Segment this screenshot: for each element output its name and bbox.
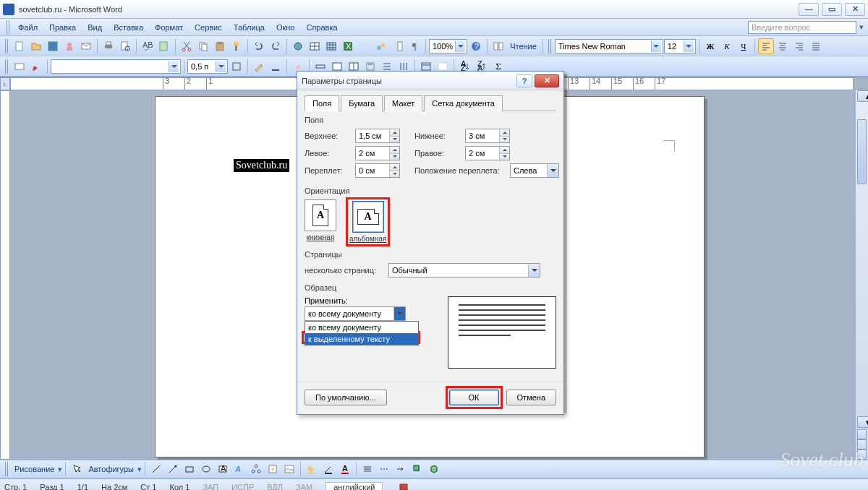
apply-opt-selection[interactable]: к выделенному тексту xyxy=(305,333,418,345)
next-page-button[interactable] xyxy=(857,450,867,460)
align-right-icon[interactable] xyxy=(791,38,807,54)
mail-icon[interactable] xyxy=(78,38,94,54)
shadow-icon[interactable] xyxy=(409,461,425,477)
print-icon[interactable] xyxy=(101,38,116,54)
style-combo[interactable] xyxy=(51,59,181,74)
print-preview-icon[interactable] xyxy=(117,38,133,54)
ask-question-box[interactable]: Введите вопрос xyxy=(748,21,856,34)
menu-window[interactable]: Окно xyxy=(271,21,301,34)
tab-fields[interactable]: Поля xyxy=(305,95,339,111)
doc-map-icon[interactable] xyxy=(390,38,406,54)
orientation-portrait[interactable]: A книжная xyxy=(305,199,336,244)
prev-page-button[interactable] xyxy=(857,429,867,439)
align-justify-icon[interactable] xyxy=(808,38,824,54)
drawing-icon[interactable] xyxy=(373,38,389,54)
menu-file[interactable]: Файл xyxy=(12,21,43,34)
toolbar-grip[interactable] xyxy=(5,59,9,74)
status-book-icon[interactable] xyxy=(396,479,412,491)
font-color-icon[interactable]: A xyxy=(337,461,353,477)
close-button[interactable]: ✕ xyxy=(845,3,865,16)
ok-button[interactable]: ОК xyxy=(449,390,499,405)
textbox-icon[interactable]: A xyxy=(215,461,231,477)
insert-table-icon[interactable] xyxy=(323,38,339,54)
status-ovr[interactable]: ЗАМ xyxy=(296,483,312,491)
envelope-icon[interactable] xyxy=(12,59,27,74)
gutter-pos-select[interactable]: Слева xyxy=(510,163,559,178)
font-combo[interactable]: Times New Roman xyxy=(555,39,663,53)
menu-insert[interactable]: Вставка xyxy=(108,21,149,34)
toolbar-grip[interactable] xyxy=(5,462,9,476)
apply-to-select[interactable]: ко всему документу xyxy=(305,306,406,321)
scroll-down-button[interactable]: ▾ xyxy=(857,416,868,428)
scroll-up-button[interactable]: ▴ xyxy=(857,90,868,102)
tab-grid[interactable]: Сетка документа xyxy=(424,95,503,111)
line-color-icon[interactable] xyxy=(268,59,284,74)
fill-color-icon[interactable] xyxy=(304,461,320,477)
vertical-scrollbar[interactable]: ▴ ▾ xyxy=(855,90,868,460)
tab-layout[interactable]: Макет xyxy=(384,95,422,111)
arrow-style-icon[interactable] xyxy=(393,461,409,477)
pencil-icon[interactable] xyxy=(251,59,267,74)
format-painter-icon[interactable] xyxy=(229,38,244,54)
menu-tools[interactable]: Сервис xyxy=(189,21,228,34)
wordart-icon[interactable]: A xyxy=(231,461,247,477)
top-margin-spinner[interactable] xyxy=(355,129,400,143)
zoom-combo[interactable]: 100% xyxy=(429,39,467,53)
3d-icon[interactable] xyxy=(426,461,442,477)
scroll-thumb[interactable] xyxy=(857,119,867,184)
font-size-combo[interactable]: 12 xyxy=(664,39,696,53)
tables-borders-icon[interactable] xyxy=(307,38,323,54)
clipart-icon[interactable] xyxy=(265,461,281,477)
autoshapes-menu[interactable]: Автофигуры xyxy=(85,465,137,473)
permission-icon[interactable] xyxy=(61,38,77,54)
status-trk[interactable]: ИСПР xyxy=(231,483,254,491)
menu-table[interactable]: Таблица xyxy=(228,21,271,34)
new-doc-icon[interactable] xyxy=(12,38,27,54)
line-icon[interactable] xyxy=(148,461,164,477)
orientation-landscape[interactable]: A альбомная xyxy=(348,199,388,244)
align-center-icon[interactable] xyxy=(775,38,791,54)
select-objects-icon[interactable] xyxy=(69,461,85,477)
hyperlink-icon[interactable] xyxy=(290,38,306,54)
toolbar-grip[interactable] xyxy=(548,39,552,53)
toolbar-grip[interactable] xyxy=(7,20,10,35)
menu-format[interactable]: Формат xyxy=(149,21,189,34)
minimize-button[interactable]: — xyxy=(799,3,819,16)
research-icon[interactable] xyxy=(156,38,172,54)
help-icon[interactable]: ? xyxy=(468,38,484,54)
dialog-close-button[interactable]: ✕ xyxy=(535,74,559,87)
selected-text[interactable]: Sovetclub.ru xyxy=(234,159,289,172)
tab-paper[interactable]: Бумага xyxy=(341,95,383,111)
menu-view[interactable]: Вид xyxy=(82,21,108,34)
columns-icon[interactable] xyxy=(357,38,373,54)
status-ext[interactable]: ВДЛ xyxy=(267,483,283,491)
menu-edit[interactable]: Правка xyxy=(43,21,82,34)
status-language[interactable]: английский xyxy=(326,482,383,491)
bold-button[interactable]: Ж xyxy=(702,38,718,54)
default-button[interactable]: По умолчанию... xyxy=(305,390,387,405)
draw-menu[interactable]: Рисование xyxy=(12,465,57,473)
select-browse-button[interactable] xyxy=(857,439,867,450)
line-spacing-combo[interactable]: 0,5 п xyxy=(187,59,228,74)
spellcheck-icon[interactable]: ABC xyxy=(140,38,156,54)
arrow-icon[interactable] xyxy=(165,461,181,477)
oval-icon[interactable] xyxy=(198,461,214,477)
line-color-icon2[interactable] xyxy=(320,461,336,477)
gutter-spinner[interactable] xyxy=(355,163,400,178)
save-icon[interactable] xyxy=(45,38,61,54)
reading-label[interactable]: Чтение xyxy=(507,42,540,51)
diagram-icon[interactable] xyxy=(248,461,264,477)
open-icon[interactable] xyxy=(28,38,44,54)
vertical-ruler[interactable] xyxy=(0,90,10,460)
left-margin-spinner[interactable] xyxy=(355,146,400,160)
dialog-titlebar[interactable]: Параметры страницы ? ✕ xyxy=(297,72,563,90)
dialog-help-button[interactable]: ? xyxy=(516,74,532,87)
right-margin-spinner[interactable] xyxy=(465,146,510,160)
line-style-icon[interactable] xyxy=(359,461,375,477)
picture-icon[interactable] xyxy=(281,461,297,477)
show-formatting-icon[interactable]: ¶ xyxy=(407,38,422,54)
cancel-button[interactable]: Отмена xyxy=(506,390,556,405)
align-left-icon[interactable] xyxy=(758,38,774,54)
menu-help[interactable]: Справка xyxy=(300,21,343,34)
underline-button[interactable]: Ч xyxy=(736,38,752,54)
